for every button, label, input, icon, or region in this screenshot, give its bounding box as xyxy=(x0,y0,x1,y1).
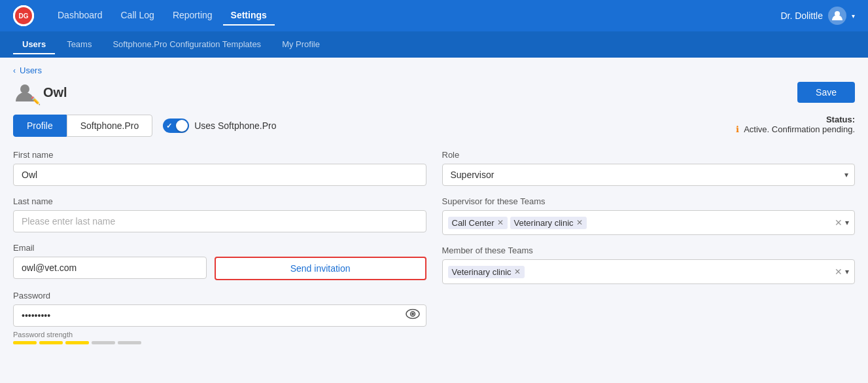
supervisor-teams-input[interactable]: Call Center ✕ Veterinary clinic ✕ ✕ ▾ xyxy=(442,210,856,235)
member-teams-clear[interactable]: ✕ xyxy=(835,266,842,277)
breadcrumb-label: Users xyxy=(20,65,42,75)
status-text: Active. Confirmation pending. xyxy=(744,124,855,134)
lastname-input[interactable] xyxy=(13,210,426,232)
page-content: ✏️ Owl Save Profile Softphone.Pro ✓ Uses… xyxy=(0,81,868,368)
form-layout: First name Last name Email Send invitati… xyxy=(13,150,855,355)
eye-icon[interactable] xyxy=(406,309,420,323)
lastname-group: Last name xyxy=(13,196,426,232)
form-right: Role Supervisor Agent Admin ▾ Supervisor… xyxy=(442,150,856,355)
uses-softphone-label: Uses Softphone.Pro xyxy=(194,120,276,131)
tag-vet-clinic-supervisor-remove[interactable]: ✕ xyxy=(576,218,583,227)
tag-vet-clinic-member: Veterinary clinic ✕ xyxy=(448,266,525,278)
member-teams-group: Member of these Teams Veterinary clinic … xyxy=(442,246,856,284)
user-avatar xyxy=(828,7,846,25)
toggle-knob xyxy=(176,120,188,132)
supervisor-teams-group: Supervisor for these Teams Call Center ✕… xyxy=(442,196,856,235)
subnav-softphone-config[interactable]: Softphone.Pro Configuration Templates xyxy=(103,35,270,54)
tab-profile[interactable]: Profile xyxy=(13,115,67,137)
strength-bars xyxy=(13,341,426,344)
firstname-input[interactable] xyxy=(13,164,426,186)
user-name: Dr. Dolittle xyxy=(780,10,823,21)
nav-left: DG Dashboard Call Log Reporting Settings xyxy=(13,5,275,26)
firstname-group: First name xyxy=(13,150,426,186)
lastname-label: Last name xyxy=(13,196,426,206)
subnav-teams[interactable]: Teams xyxy=(58,35,101,54)
supervisor-teams-controls: ✕ ▾ xyxy=(835,217,849,228)
tabs-row: Profile Softphone.Pro ✓ Uses Softphone.P… xyxy=(13,115,277,137)
member-teams-controls: ✕ ▾ xyxy=(835,266,849,277)
form-left: First name Last name Email Send invitati… xyxy=(13,150,426,355)
status-label: Status: xyxy=(826,115,855,124)
strength-bar-4 xyxy=(92,341,115,344)
strength-bar-3 xyxy=(65,341,89,344)
uses-softphone-toggle-group: ✓ Uses Softphone.Pro xyxy=(163,119,276,133)
svg-point-4 xyxy=(20,84,29,94)
user-menu[interactable]: Dr. Dolittle ▾ xyxy=(780,7,855,25)
user-info: ✏️ Owl xyxy=(13,81,67,104)
tag-call-center-text: Call Center xyxy=(452,218,495,228)
edit-icon: ✏️ xyxy=(31,96,41,105)
strength-bar-1 xyxy=(13,341,37,344)
user-name-heading: Owl xyxy=(43,85,67,100)
user-icon-wrap: ✏️ xyxy=(13,81,37,104)
role-select[interactable]: Supervisor Agent Admin xyxy=(442,164,856,186)
user-menu-chevron: ▾ xyxy=(852,12,855,20)
member-teams-label: Member of these Teams xyxy=(442,246,856,255)
toggle-check-icon: ✓ xyxy=(166,122,172,130)
member-teams-input[interactable]: Veterinary clinic ✕ ✕ ▾ xyxy=(442,259,856,284)
tag-vet-clinic-member-remove[interactable]: ✕ xyxy=(514,267,521,276)
firstname-label: First name xyxy=(13,150,426,160)
tag-vet-clinic-member-text: Veterinary clinic xyxy=(452,267,512,277)
nav-reporting[interactable]: Reporting xyxy=(165,6,220,26)
tag-call-center-remove[interactable]: ✕ xyxy=(497,218,504,227)
tab-softphone[interactable]: Softphone.Pro xyxy=(67,115,153,137)
password-label: Password xyxy=(13,291,426,301)
sub-nav: Users Teams Softphone.Pro Configuration … xyxy=(0,31,868,58)
nav-settings[interactable]: Settings xyxy=(223,6,275,26)
user-header: ✏️ Owl Save xyxy=(13,81,855,104)
svg-text:DG: DG xyxy=(19,12,29,20)
strength-bar-2 xyxy=(39,341,63,344)
softphone-toggle[interactable]: ✓ xyxy=(163,119,189,133)
email-input-wrap xyxy=(13,257,207,280)
top-nav: DG Dashboard Call Log Reporting Settings… xyxy=(0,0,868,31)
breadcrumb[interactable]: ‹ Users xyxy=(0,58,868,81)
email-group: Email Send invitation xyxy=(13,243,426,280)
strength-bar-5 xyxy=(118,341,141,344)
email-row: Send invitation xyxy=(13,257,426,280)
tag-vet-clinic-supervisor-text: Veterinary clinic xyxy=(514,218,574,228)
status-area: Status: ℹ Active. Confirmation pending. xyxy=(736,115,855,134)
password-strength-wrap: Password strength xyxy=(13,331,426,344)
supervisor-teams-label: Supervisor for these Teams xyxy=(442,196,856,206)
email-label: Email xyxy=(13,243,426,253)
role-group: Role Supervisor Agent Admin ▾ xyxy=(442,150,856,186)
subnav-myprofile[interactable]: My Profile xyxy=(273,35,329,54)
svg-point-7 xyxy=(411,313,414,316)
status-icon: ℹ xyxy=(736,124,739,134)
supervisor-teams-chevron[interactable]: ▾ xyxy=(845,218,849,227)
send-invitation-button[interactable]: Send invitation xyxy=(215,257,426,280)
password-row xyxy=(13,304,426,327)
member-teams-chevron[interactable]: ▾ xyxy=(845,267,849,276)
nav-calllog[interactable]: Call Log xyxy=(113,6,162,26)
password-group: Password Password strength xyxy=(13,291,426,344)
subnav-users[interactable]: Users xyxy=(13,35,55,54)
tag-call-center: Call Center ✕ xyxy=(448,217,508,229)
role-select-wrap: Supervisor Agent Admin ▾ xyxy=(442,164,856,186)
role-label: Role xyxy=(442,150,856,160)
save-button[interactable]: Save xyxy=(797,82,855,103)
supervisor-teams-clear[interactable]: ✕ xyxy=(835,217,842,228)
nav-dashboard[interactable]: Dashboard xyxy=(50,6,111,26)
email-input[interactable] xyxy=(13,257,207,279)
logo: DG xyxy=(13,5,34,26)
password-input[interactable] xyxy=(13,304,426,327)
tag-vet-clinic-supervisor: Veterinary clinic ✕ xyxy=(510,217,587,229)
nav-links: Dashboard Call Log Reporting Settings xyxy=(50,6,275,26)
breadcrumb-arrow: ‹ xyxy=(13,66,16,75)
password-strength-label: Password strength xyxy=(13,331,426,338)
